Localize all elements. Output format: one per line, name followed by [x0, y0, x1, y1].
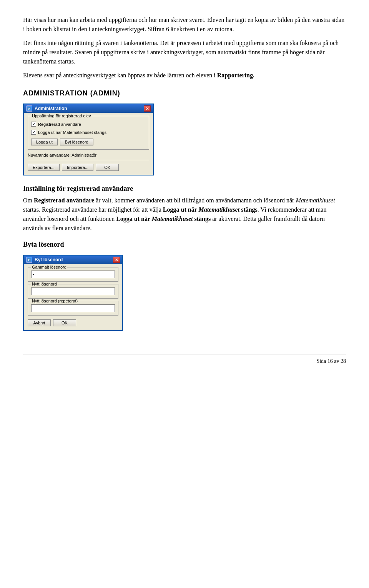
rapportering-bold: Rapportering.	[217, 72, 254, 79]
install-heading: Inställning för registrerad användare	[23, 185, 346, 193]
paragraph-1: Här visas hur man kan arbeta med uppgift…	[23, 15, 346, 34]
titlebar-left: A Administration	[26, 105, 67, 112]
checkbox-1-label: Registrerad användare	[38, 122, 81, 127]
password-dialog-titlebar: P Byt lösenord ✕	[24, 256, 122, 264]
password-close-button[interactable]: ✕	[113, 257, 120, 263]
dialog-titlebar: A Administration ✕	[24, 104, 153, 113]
old-password-input[interactable]	[31, 271, 115, 278]
password-dialog-body: Gammalt lösenord Nytt lösenord Nytt löse…	[24, 264, 122, 330]
dialog-close-button[interactable]: ✕	[144, 105, 151, 112]
new-password-label: Nytt lösenord	[31, 282, 58, 286]
svg-text:P: P	[28, 258, 30, 262]
repeat-password-input[interactable]	[31, 304, 115, 312]
password-btn-row: Avbryt OK	[28, 319, 118, 326]
install-bold-2: Logga ut när Matematikhuset stängs	[163, 206, 258, 213]
paragraph-2: Det finns inte någon rättning på svaren …	[23, 38, 346, 66]
old-password-group: Gammalt lösenord	[28, 267, 118, 282]
checkbox-row-1[interactable]: ✓ Registrerad användare	[31, 122, 146, 127]
install-italic-1: Matematikhuset	[296, 197, 335, 204]
checkbox-2-label: Logga ut när Matematikhuset stängs	[38, 130, 106, 135]
repeat-password-label: Nytt lösenord (repeterat)	[31, 299, 78, 303]
install-bold-3: Logga ut när Matematikhuset stängs	[116, 215, 211, 222]
password-titlebar-left: P Byt lösenord	[26, 257, 63, 263]
admin-section-heading: Administration (Admin)	[23, 89, 346, 97]
password-ok-button[interactable]: OK	[53, 319, 76, 326]
export-button[interactable]: Exportera...	[28, 164, 60, 171]
ok-button[interactable]: OK	[96, 164, 119, 171]
password-dialog: P Byt lösenord ✕ Gammalt lösenord Nytt l…	[23, 255, 123, 331]
administration-dialog: A Administration ✕ Uppsättning för regis…	[23, 104, 154, 175]
checkbox-row-2[interactable]: ✓ Logga ut när Matematikhuset stängs	[31, 130, 146, 135]
password-heading: Byta lösenord	[23, 241, 346, 249]
new-password-input[interactable]	[31, 287, 115, 295]
cancel-button[interactable]: Avbryt	[28, 319, 51, 326]
dialog-title: Administration	[35, 106, 67, 111]
new-password-group: Nytt lösenord	[28, 284, 118, 299]
old-password-label: Gammalt lösenord	[31, 265, 67, 269]
svg-text:A: A	[28, 107, 30, 110]
current-user-info: Nuvarande användare: Administratör	[28, 153, 149, 157]
dialog-body: Uppsättning för registrerad elev ✓ Regis…	[24, 113, 153, 175]
dialog-icon: A	[26, 105, 32, 112]
password-dialog-icon: P	[26, 257, 32, 263]
admin-group-box: Uppsättning för registrerad elev ✓ Regis…	[28, 116, 149, 150]
change-password-button[interactable]: Byt lösenord	[60, 139, 93, 145]
admin-btn-row-1: Logga ut Byt lösenord	[31, 139, 146, 145]
repeat-password-group: Nytt lösenord (repeterat)	[28, 301, 118, 316]
dialog-separator	[28, 160, 149, 160]
checkbox-logout[interactable]: ✓	[31, 130, 36, 135]
install-paragraph: Om Registrerad användare är valt, kommer…	[23, 196, 346, 233]
admin-group-label: Uppsättning för registrerad elev	[31, 114, 91, 118]
install-bold-1: Registrerad användare	[34, 197, 94, 204]
checkbox-registered[interactable]: ✓	[31, 122, 36, 127]
admin-btn-row-2: Exportera... Importera... OK	[28, 164, 149, 171]
logout-button[interactable]: Logga ut	[31, 139, 58, 145]
import-button[interactable]: Importera...	[62, 164, 93, 171]
page-footer: Sida 16 av 28	[23, 354, 346, 364]
password-dialog-title: Byt lösenord	[35, 257, 63, 262]
paragraph-3: Elevens svar på anteckningsverktyget kan…	[23, 71, 346, 80]
page-number: Sida 16 av 28	[316, 358, 346, 364]
